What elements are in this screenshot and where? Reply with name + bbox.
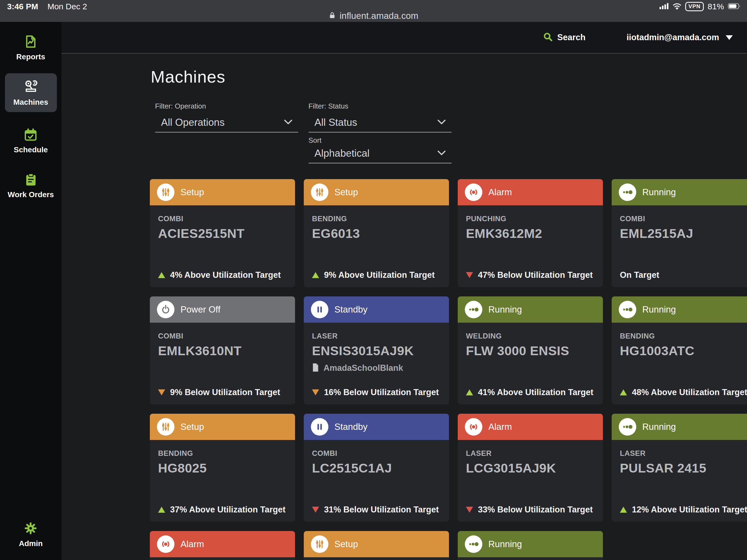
machine-card[interactable]: AlarmLASERLCG3015AJ9K33% Below Utilizati… <box>458 414 603 522</box>
select-underline <box>308 132 452 133</box>
operation-filter-label: Filter: Operation <box>155 102 298 110</box>
machine-status-label: Alarm <box>488 422 512 432</box>
sort-select[interactable]: Alphabetical <box>308 147 452 159</box>
machine-operation-label: COMBI <box>158 332 287 340</box>
machine-name: FLW 3000 ENSIS <box>466 344 595 358</box>
sidebar-item-admin[interactable]: Admin <box>19 521 43 548</box>
utilization-footer: 12% Above Utilization Target <box>620 505 747 515</box>
machine-operation-label: LASER <box>312 332 441 340</box>
machine-card[interactable]: SetupBENDINGHG802537% Above Utilization … <box>150 414 295 522</box>
sort-label: Sort <box>308 136 452 144</box>
running-status-icon <box>465 301 482 318</box>
gear-icon <box>24 521 38 536</box>
machine-card[interactable]: Power OffCOMBIEMLK3610NT9% Below Utiliza… <box>150 297 295 404</box>
machine-card[interactable]: Setup <box>304 531 449 560</box>
machine-name: ACIES2515NT <box>158 227 287 240</box>
utilization-text: 16% Below Utilization Target <box>324 387 439 397</box>
status-filter-select[interactable]: All Status <box>308 117 452 128</box>
machine-status-header: Alarm <box>150 531 295 557</box>
running-status-icon <box>465 535 482 553</box>
machine-card[interactable]: SetupCOMBIACIES2515NT4% Above Utilizatio… <box>150 179 295 287</box>
machine-status-label: Setup <box>334 539 358 549</box>
sidebar-item-machines[interactable]: Machines <box>5 73 57 112</box>
utilization-footer: On Target <box>620 270 659 280</box>
calendar-icon <box>24 128 37 143</box>
operation-filter-value: All Operations <box>161 117 225 128</box>
machine-name: ENSIS3015AJ9K <box>312 344 441 358</box>
machine-status-label: Running <box>488 304 522 315</box>
utilization-footer: 16% Below Utilization Target <box>312 387 439 397</box>
setup-status-icon <box>311 183 328 201</box>
machine-status-header: Alarm <box>458 414 603 440</box>
alarm-status-icon <box>465 183 482 201</box>
machine-name: LC2515C1AJ <box>312 461 441 475</box>
trend-up-icon <box>466 389 473 396</box>
chevron-down-icon <box>726 35 733 40</box>
search-button[interactable]: Search <box>543 32 585 43</box>
machine-card[interactable]: Alarm <box>150 531 295 560</box>
machine-status-header: Setup <box>304 531 449 557</box>
machine-name: EMK3612M2 <box>466 227 595 240</box>
machine-name: EML2515AJ <box>620 227 747 240</box>
utilization-text: 4% Above Utilization Target <box>170 270 281 280</box>
machine-card[interactable]: AlarmPUNCHINGEMK3612M247% Below Utilizat… <box>458 179 603 287</box>
machine-card-body: PUNCHINGEMK3612M2 <box>458 205 603 240</box>
sidebar-nav: Reports Machines Schedule Work Orders Ad… <box>0 22 61 560</box>
top-app-bar: Search iiotadmin@amada.com <box>61 22 747 54</box>
chevron-down-icon <box>284 120 292 126</box>
machine-card[interactable]: Running <box>458 531 603 560</box>
utilization-text: 33% Below Utilization Target <box>478 505 593 515</box>
machine-card[interactable]: StandbyCOMBILC2515C1AJ31% Below Utilizat… <box>304 414 449 522</box>
utilization-text: 48% Above Utilization Target <box>632 387 747 397</box>
trend-up-icon <box>620 507 627 513</box>
power-off-status-icon <box>157 301 175 318</box>
account-menu[interactable]: iiotadmin@amada.com <box>626 32 733 42</box>
machine-status-label: Running <box>642 187 676 198</box>
search-label: Search <box>557 32 585 42</box>
trend-down-icon <box>466 507 473 513</box>
machine-card[interactable]: RunningCOMBIEML2515AJOn Target <box>612 179 747 287</box>
machine-operation-label: BENDING <box>620 332 747 340</box>
browser-address-bar[interactable]: influent.amada.com <box>0 10 747 22</box>
account-email: iiotadmin@amada.com <box>626 32 719 42</box>
utilization-footer: 47% Below Utilization Target <box>466 270 593 280</box>
machine-operation-label: COMBI <box>312 449 441 457</box>
machine-status-label: Alarm <box>180 539 204 549</box>
setup-status-icon <box>311 535 328 553</box>
machine-card[interactable]: RunningWELDINGFLW 3000 ENSIS41% Above Ut… <box>458 297 603 404</box>
status-sort-filters: Filter: Status All Status Sort Alphabeti… <box>308 102 452 163</box>
machine-name: HG8025 <box>158 461 287 475</box>
machine-card[interactable]: StandbyLASERENSIS3015AJ9KAmadaSchoolBlan… <box>304 297 449 404</box>
machine-card-body: COMBILC2515C1AJ <box>304 440 449 475</box>
sort-value: Alphabetical <box>314 147 370 159</box>
utilization-footer: 37% Above Utilization Target <box>158 505 285 515</box>
machine-operation-label: BENDING <box>312 215 441 223</box>
utilization-text: On Target <box>620 270 659 280</box>
machine-card-body: BENDINGHG1003ATC <box>612 323 747 358</box>
sidebar-item-reports[interactable]: Reports <box>17 34 45 61</box>
machine-status-header: Standby <box>304 414 449 440</box>
sidebar-item-work-orders[interactable]: Work Orders <box>8 173 54 199</box>
program-row: AmadaSchoolBlank <box>312 363 441 373</box>
trend-down-icon <box>158 389 165 396</box>
machine-card[interactable]: RunningLASERPULSAR 241512% Above Utiliza… <box>612 414 747 522</box>
machine-status-header: Setup <box>304 179 449 205</box>
machine-operation-label: BENDING <box>158 449 287 457</box>
sidebar-item-label: Schedule <box>14 146 48 154</box>
filters-bar: Filter: Operation All Operations Filter:… <box>155 102 747 163</box>
sidebar-item-schedule[interactable]: Schedule <box>14 128 48 154</box>
machine-card-body: BENDINGEG6013 <box>304 205 449 240</box>
machine-status-header: Setup <box>150 179 295 205</box>
machine-name: EG6013 <box>312 227 441 240</box>
machine-card[interactable]: RunningBENDINGHG1003ATC48% Above Utiliza… <box>612 297 747 404</box>
running-status-icon <box>619 301 636 318</box>
operation-filter: Filter: Operation All Operations <box>155 102 298 163</box>
standby-status-icon <box>311 301 328 318</box>
machine-card[interactable]: SetupBENDINGEG60139% Above Utilization T… <box>304 179 449 287</box>
operation-filter-select[interactable]: All Operations <box>155 117 298 128</box>
machine-operation-label: COMBI <box>158 215 287 223</box>
select-underline <box>308 163 452 163</box>
utilization-text: 41% Above Utilization Target <box>478 387 593 397</box>
alarm-status-icon <box>157 535 175 553</box>
report-document-icon <box>24 34 38 50</box>
